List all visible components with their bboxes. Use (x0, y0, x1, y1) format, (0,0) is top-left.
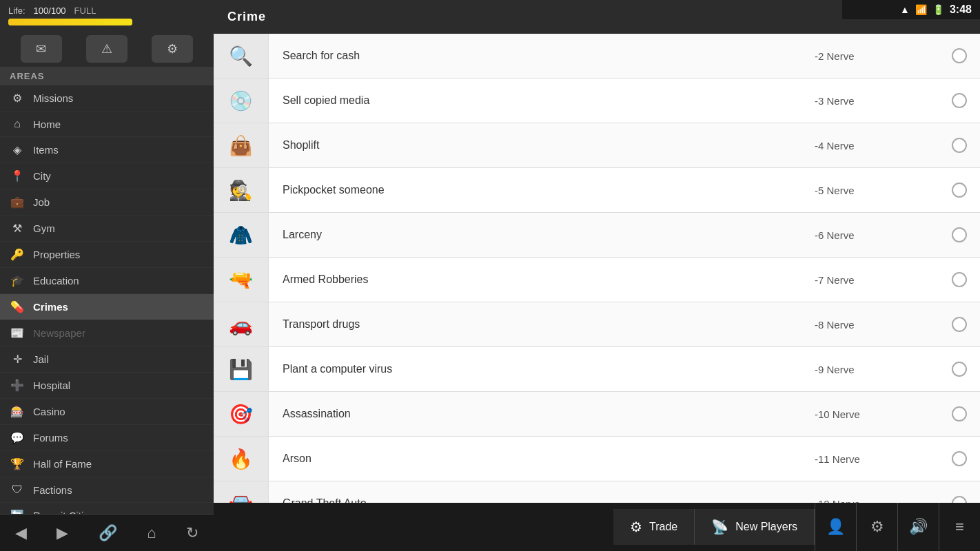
sidebar-item-items[interactable]: ◈ Items (0, 137, 214, 163)
crime-nerve-4: -5 Nerve (801, 185, 939, 196)
crimes-label: Crimes (33, 301, 68, 313)
crime-radio-4[interactable] (939, 183, 980, 198)
refresh-button[interactable]: ↻ (181, 519, 204, 548)
hospital-label: Hospital (33, 380, 70, 391)
life-section: Life: 100/100 FULL (0, 0, 214, 31)
menu-button[interactable]: ≡ (939, 503, 980, 551)
crime-radio-5[interactable] (939, 227, 980, 242)
crime-radio-2[interactable] (939, 93, 980, 108)
crime-nerve-6: -7 Nerve (801, 274, 939, 286)
crime-nerve-9: -10 Nerve (801, 408, 939, 420)
new-players-label: New Players (735, 521, 797, 533)
crime-nerve-10: -11 Nerve (801, 453, 939, 465)
casino-label: Casino (33, 406, 65, 417)
missions-label: Missions (33, 92, 73, 104)
crime-row[interactable]: 🧥 Larceny -6 Nerve (214, 213, 980, 258)
mail-button[interactable]: ✉ (21, 35, 62, 63)
crime-name-8: Plant a computer virus (269, 363, 801, 375)
crime-icon-9: 🎯 (214, 392, 269, 436)
crime-row[interactable]: 🔍 Search for cash -2 Nerve (214, 34, 980, 79)
crime-row[interactable]: 💿 Sell copied media -3 Nerve (214, 79, 980, 123)
crime-name-2: Sell copied media (269, 94, 801, 107)
sidebar: Life: 100/100 FULL ✉ ⚠ ⚙ Areas ⚙ Mission… (0, 0, 214, 551)
job-label: Job (33, 196, 50, 208)
crime-row[interactable]: 🎯 Assassination -10 Nerve (214, 392, 980, 437)
crime-name-5: Larceny (269, 229, 801, 241)
crime-name-10: Arson (269, 453, 801, 465)
life-status: FULL (74, 6, 96, 16)
crime-name-9: Assassination (269, 408, 801, 420)
sidebar-item-education[interactable]: 🎓 Education (0, 268, 214, 294)
back-button[interactable]: ◀ (10, 519, 32, 548)
crime-radio-8[interactable] (939, 362, 980, 377)
crime-row[interactable]: 🚗 Transport drugs -8 Nerve (214, 302, 980, 347)
sidebar-item-factions[interactable]: 🛡 Factions (0, 477, 214, 503)
sidebar-item-newspaper[interactable]: 📰 Newspaper (0, 320, 214, 346)
education-icon: 🎓 (10, 274, 25, 287)
crime-row[interactable]: 🔥 Arson -11 Nerve (214, 437, 980, 481)
crime-radio-9[interactable] (939, 406, 980, 422)
job-icon: 💼 (10, 196, 25, 209)
crime-row[interactable]: 🔫 Armed Robberies -7 Nerve (214, 258, 980, 302)
action-bar: ⚙ Trade 📡 New Players 👤 ⚙ 🔊 ≡ (214, 503, 980, 551)
areas-header: Areas (0, 67, 214, 85)
crime-name-4: Pickpocket someone (269, 184, 801, 196)
crime-radio-1[interactable] (939, 48, 980, 63)
gym-icon: ⚒ (10, 222, 25, 235)
radio-circle-9 (952, 406, 967, 422)
crime-nerve-1: -2 Nerve (801, 50, 939, 62)
sidebar-item-home[interactable]: ⌂ Home (0, 112, 214, 137)
crime-radio-7[interactable] (939, 317, 980, 332)
link-button[interactable]: 🔗 (93, 519, 123, 548)
crime-name-1: Search for cash (269, 50, 801, 62)
crime-icon-1: 🔍 (214, 34, 269, 78)
casino-icon: 🎰 (10, 405, 25, 418)
sidebar-item-missions[interactable]: ⚙ Missions (0, 85, 214, 112)
crime-icon-10: 🔥 (214, 437, 269, 481)
crime-row[interactable]: 💾 Plant a computer virus -9 Nerve (214, 347, 980, 392)
alert-button[interactable]: ⚠ (86, 35, 127, 63)
sidebar-item-forums[interactable]: 💬 Forums (0, 425, 214, 451)
new-players-icon: 📡 (711, 519, 728, 535)
signal-icon: 📶 (915, 4, 927, 15)
crime-row[interactable]: 👜 Shoplift -4 Nerve (214, 123, 980, 168)
home-nav-button[interactable]: ⌂ (141, 519, 161, 548)
sidebar-item-hospital[interactable]: ➕ Hospital (0, 373, 214, 399)
settings-button[interactable]: ⚙ (152, 35, 193, 63)
sidebar-item-city[interactable]: 📍 City (0, 163, 214, 189)
crime-icon-8: 💾 (214, 347, 269, 391)
sidebar-item-casino[interactable]: 🎰 Casino (0, 399, 214, 425)
wifi-icon: ▲ (900, 4, 910, 15)
forums-icon: 💬 (10, 431, 25, 444)
forward-button[interactable]: ▶ (51, 519, 74, 548)
hall-of-fame-label: Hall of Fame (33, 458, 92, 470)
factions-label: Factions (33, 484, 72, 496)
sidebar-item-job[interactable]: 💼 Job (0, 189, 214, 216)
crime-nerve-3: -4 Nerve (801, 140, 939, 152)
crime-radio-3[interactable] (939, 138, 980, 153)
settings-corner-button[interactable]: ⚙ (856, 503, 897, 551)
sidebar-item-gym[interactable]: ⚒ Gym (0, 216, 214, 242)
jail-icon: ✛ (10, 353, 25, 366)
sidebar-item-jail[interactable]: ✛ Jail (0, 346, 214, 373)
life-label: Life: (8, 6, 25, 16)
volume-button[interactable]: 🔊 (897, 503, 939, 551)
crime-nerve-8: -9 Nerve (801, 364, 939, 375)
radio-circle-2 (952, 93, 967, 108)
sidebar-item-hall-of-fame[interactable]: 🏆 Hall of Fame (0, 451, 214, 477)
radio-circle-6 (952, 272, 967, 287)
crime-name-3: Shoplift (269, 139, 801, 152)
trade-button[interactable]: ⚙ Trade (613, 509, 695, 545)
jail-label: Jail (33, 353, 49, 365)
radio-circle-10 (952, 451, 967, 466)
city-icon: 📍 (10, 169, 25, 183)
crime-nerve-7: -8 Nerve (801, 319, 939, 331)
crime-radio-10[interactable] (939, 451, 980, 466)
people-button[interactable]: 👤 (815, 503, 856, 551)
status-bar: ▲ 📶 🔋 3:48 (842, 0, 980, 19)
sidebar-item-crimes[interactable]: 💊 Crimes (0, 294, 214, 320)
sidebar-item-properties[interactable]: 🔑 Properties (0, 242, 214, 268)
crime-row[interactable]: 🕵 Pickpocket someone -5 Nerve (214, 168, 980, 213)
new-players-button[interactable]: 📡 New Players (695, 509, 815, 545)
crime-radio-6[interactable] (939, 272, 980, 287)
